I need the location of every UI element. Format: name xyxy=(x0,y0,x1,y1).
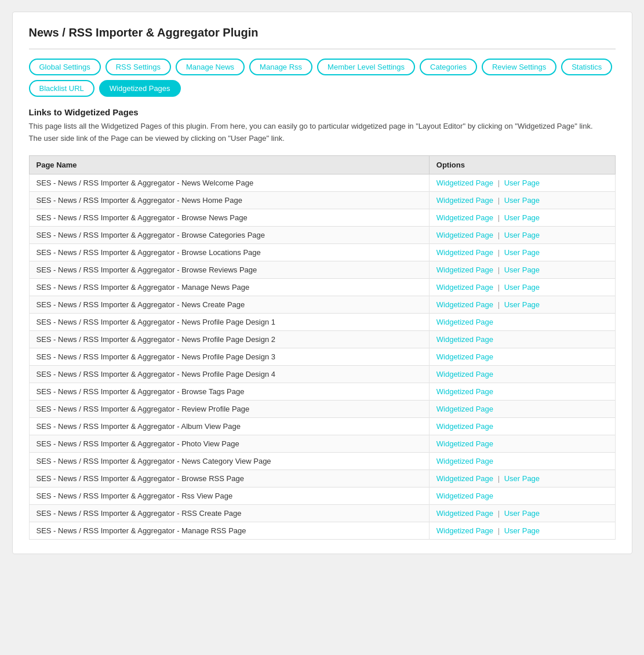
table-row: SES - News / RSS Importer & Aggregator -… xyxy=(29,348,615,365)
separator: | xyxy=(496,196,502,205)
widgetized-page-link[interactable]: Widgetized Page xyxy=(436,318,493,326)
widgetized-page-link[interactable]: Widgetized Page xyxy=(436,405,493,413)
user-page-link[interactable]: User Page xyxy=(504,509,540,518)
options-cell: Widgetized Page | User Page xyxy=(429,226,615,243)
widgetized-page-link[interactable]: Widgetized Page xyxy=(436,179,493,187)
options-cell: Widgetized Page | User Page xyxy=(429,261,615,278)
nav-btn-review-settings[interactable]: Review Settings xyxy=(482,59,556,75)
widgetized-page-link[interactable]: Widgetized Page xyxy=(436,231,493,239)
widgetized-page-link[interactable]: Widgetized Page xyxy=(436,283,493,292)
table-header: Page Name Options xyxy=(29,155,615,174)
widgetized-page-link[interactable]: Widgetized Page xyxy=(436,439,493,448)
widgetized-page-link[interactable]: Widgetized Page xyxy=(436,457,493,465)
page-name-cell: SES - News / RSS Importer & Aggregator -… xyxy=(29,365,429,383)
user-page-link[interactable]: User Page xyxy=(504,474,540,483)
table-row: SES - News / RSS Importer & Aggregator -… xyxy=(29,226,615,243)
page-name-cell: SES - News / RSS Importer & Aggregator -… xyxy=(29,191,429,209)
page-title: News / RSS Importer & Aggregator Plugin xyxy=(29,26,616,39)
widgetized-page-link[interactable]: Widgetized Page xyxy=(436,422,493,431)
options-cell: Widgetized Page | User Page xyxy=(429,191,615,209)
table-row: SES - News / RSS Importer & Aggregator -… xyxy=(29,470,615,487)
options-cell: Widgetized Page | User Page xyxy=(429,209,615,226)
page-name-cell: SES - News / RSS Importer & Aggregator -… xyxy=(29,452,429,470)
desc-line2: The user side link of the Page can be vi… xyxy=(29,134,285,143)
nav-btn-member-level-settings[interactable]: Member Level Settings xyxy=(317,59,415,75)
separator: | xyxy=(496,213,502,222)
nav-btn-manage-news[interactable]: Manage News xyxy=(176,59,245,75)
desc-line1: This page lists all the Widgetized Pages… xyxy=(29,122,593,130)
options-cell: Widgetized Page | User Page xyxy=(429,243,615,261)
table-row: SES - News / RSS Importer & Aggregator -… xyxy=(29,504,615,522)
separator: | xyxy=(496,474,502,483)
table-row: SES - News / RSS Importer & Aggregator -… xyxy=(29,313,615,330)
separator: | xyxy=(496,526,502,535)
options-cell: Widgetized Page | User Page xyxy=(429,504,615,522)
options-cell: Widgetized Page xyxy=(429,487,615,504)
widgetized-page-link[interactable]: Widgetized Page xyxy=(436,196,493,205)
options-cell: Widgetized Page xyxy=(429,435,615,452)
user-page-link[interactable]: User Page xyxy=(504,300,540,309)
widgetized-page-link[interactable]: Widgetized Page xyxy=(436,300,493,309)
nav-btn-blacklist-url[interactable]: Blacklist URL xyxy=(29,80,94,97)
table-row: SES - News / RSS Importer & Aggregator -… xyxy=(29,209,615,226)
main-container: News / RSS Importer & Aggregator Plugin … xyxy=(12,12,632,554)
nav-btn-rss-settings[interactable]: RSS Settings xyxy=(105,59,171,75)
table-header-row: Page Name Options xyxy=(29,155,615,174)
options-cell: Widgetized Page xyxy=(429,452,615,470)
page-name-cell: SES - News / RSS Importer & Aggregator -… xyxy=(29,330,429,348)
widgetized-page-link[interactable]: Widgetized Page xyxy=(436,370,493,379)
title-divider xyxy=(29,49,616,49)
options-cell: Widgetized Page xyxy=(429,330,615,348)
table-row: SES - News / RSS Importer & Aggregator -… xyxy=(29,243,615,261)
options-cell: Widgetized Page xyxy=(429,383,615,400)
options-cell: Widgetized Page | User Page xyxy=(429,278,615,296)
nav-btn-global-settings[interactable]: Global Settings xyxy=(29,59,101,75)
options-cell: Widgetized Page xyxy=(429,313,615,330)
widgetized-page-link[interactable]: Widgetized Page xyxy=(436,387,493,396)
page-name-cell: SES - News / RSS Importer & Aggregator -… xyxy=(29,348,429,365)
page-name-cell: SES - News / RSS Importer & Aggregator -… xyxy=(29,296,429,313)
widgetized-page-link[interactable]: Widgetized Page xyxy=(436,265,493,274)
user-page-link[interactable]: User Page xyxy=(504,196,540,205)
nav-btn-statistics[interactable]: Statistics xyxy=(561,59,612,75)
user-page-link[interactable]: User Page xyxy=(504,265,540,274)
user-page-link[interactable]: User Page xyxy=(504,526,540,535)
page-name-cell: SES - News / RSS Importer & Aggregator -… xyxy=(29,435,429,452)
nav-btn-widgetized-pages[interactable]: Widgetized Pages xyxy=(99,80,181,97)
table-row: SES - News / RSS Importer & Aggregator -… xyxy=(29,330,615,348)
user-page-link[interactable]: User Page xyxy=(504,248,540,257)
separator: | xyxy=(496,265,502,274)
table-row: SES - News / RSS Importer & Aggregator -… xyxy=(29,261,615,278)
page-name-cell: SES - News / RSS Importer & Aggregator -… xyxy=(29,522,429,539)
widgetized-page-link[interactable]: Widgetized Page xyxy=(436,509,493,518)
options-cell: Widgetized Page xyxy=(429,400,615,417)
widgetized-page-link[interactable]: Widgetized Page xyxy=(436,213,493,222)
separator: | xyxy=(496,300,502,309)
widgetized-page-link[interactable]: Widgetized Page xyxy=(436,248,493,257)
user-page-link[interactable]: User Page xyxy=(504,213,540,222)
page-name-cell: SES - News / RSS Importer & Aggregator -… xyxy=(29,383,429,400)
user-page-link[interactable]: User Page xyxy=(504,283,540,292)
page-name-cell: SES - News / RSS Importer & Aggregator -… xyxy=(29,504,429,522)
table-body: SES - News / RSS Importer & Aggregator -… xyxy=(29,174,615,539)
page-name-cell: SES - News / RSS Importer & Aggregator -… xyxy=(29,417,429,435)
options-cell: Widgetized Page xyxy=(429,417,615,435)
separator: | xyxy=(496,179,502,187)
user-page-link[interactable]: User Page xyxy=(504,179,540,187)
options-cell: Widgetized Page xyxy=(429,365,615,383)
page-name-cell: SES - News / RSS Importer & Aggregator -… xyxy=(29,261,429,278)
options-cell: Widgetized Page | User Page xyxy=(429,296,615,313)
table-row: SES - News / RSS Importer & Aggregator -… xyxy=(29,522,615,539)
table-row: SES - News / RSS Importer & Aggregator -… xyxy=(29,400,615,417)
nav-btn-manage-rss[interactable]: Manage Rss xyxy=(249,59,312,75)
user-page-link[interactable]: User Page xyxy=(504,231,540,239)
separator: | xyxy=(496,283,502,292)
widgetized-page-link[interactable]: Widgetized Page xyxy=(436,474,493,483)
widgetized-page-link[interactable]: Widgetized Page xyxy=(436,335,493,344)
options-cell: Widgetized Page | User Page xyxy=(429,174,615,191)
widgetized-page-link[interactable]: Widgetized Page xyxy=(436,352,493,361)
widgetized-page-link[interactable]: Widgetized Page xyxy=(436,526,493,535)
nav-btn-categories[interactable]: Categories xyxy=(420,59,477,75)
widgetized-page-link[interactable]: Widgetized Page xyxy=(436,492,493,500)
page-name-cell: SES - News / RSS Importer & Aggregator -… xyxy=(29,243,429,261)
